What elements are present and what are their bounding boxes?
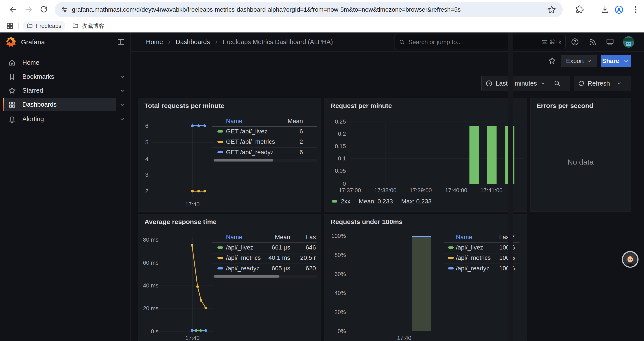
search-placeholder: Search or jump to... bbox=[408, 39, 541, 46]
sidebar-item-dashboards[interactable]: Dashboards bbox=[0, 98, 131, 111]
forward-icon[interactable] bbox=[24, 5, 33, 14]
refresh-button[interactable]: Refresh bbox=[574, 80, 614, 87]
y-tick: 80% bbox=[324, 251, 346, 258]
time-controls: Last 5 minutes bbox=[481, 76, 570, 91]
panel-title[interactable]: Errors per second bbox=[536, 102, 593, 110]
y-tick: 0.1 bbox=[324, 155, 346, 162]
avatar-girl-illustration bbox=[623, 252, 638, 267]
chevron-down-icon[interactable] bbox=[119, 88, 126, 94]
legend-series[interactable]: 2xx bbox=[332, 198, 350, 205]
search-input[interactable]: Search or jump to... ⌘+k bbox=[394, 35, 566, 49]
y-tick: 5 bbox=[138, 139, 148, 146]
bookmark-folder-freeleaps[interactable]: Freeleaps bbox=[23, 21, 65, 31]
share-button[interactable]: Share bbox=[600, 55, 621, 67]
legend-scrollbar[interactable] bbox=[212, 275, 317, 278]
time-range-label: Last 5 minutes bbox=[496, 80, 537, 87]
url-text[interactable]: grafana.mathmast.com/d/deytv4rwavabkb/fr… bbox=[72, 6, 541, 13]
share-dropdown-button[interactable] bbox=[621, 55, 631, 67]
y-tick: 6 bbox=[138, 122, 148, 129]
refresh-label: Refresh bbox=[588, 80, 610, 87]
monitor-icon[interactable] bbox=[606, 38, 614, 46]
sidebar-item-label: Alerting bbox=[22, 115, 44, 123]
chevron-right-icon bbox=[166, 39, 172, 45]
sidebar-item-starred[interactable]: Starred bbox=[0, 84, 131, 97]
grafana-logo-icon[interactable] bbox=[5, 36, 17, 48]
series-pill bbox=[218, 267, 223, 269]
request-per-minute-chart bbox=[324, 98, 527, 212]
news-rss-icon[interactable] bbox=[589, 38, 597, 46]
y-tick: 0 bbox=[324, 180, 346, 187]
chevron-down-icon[interactable] bbox=[119, 74, 126, 80]
profile-avatar-icon[interactable] bbox=[615, 5, 624, 14]
legend-header-name[interactable]: Name bbox=[226, 234, 242, 241]
reload-icon[interactable] bbox=[40, 5, 48, 14]
y-tick: 60 ms bbox=[138, 259, 158, 266]
panel-title[interactable]: Request per minute bbox=[330, 102, 392, 110]
user-avatar[interactable] bbox=[623, 36, 634, 48]
sidebar-toggle-icon[interactable] bbox=[117, 38, 125, 46]
series-pill bbox=[448, 267, 454, 269]
export-button[interactable]: Export bbox=[561, 55, 597, 67]
page-scrollbar[interactable] bbox=[508, 33, 513, 341]
brand-row: Grafana bbox=[0, 33, 131, 52]
dashboard-actions-bar: Export Share bbox=[131, 52, 644, 70]
panel-avg-response-time: Average response time 80 ms 60 ms 40 ms … bbox=[138, 214, 321, 341]
legend-header-name[interactable]: Name bbox=[456, 234, 472, 241]
x-tick: 17:39:00 bbox=[404, 187, 437, 194]
time-range-picker[interactable]: Last 5 minutes bbox=[482, 80, 550, 87]
y-tick: 40% bbox=[324, 289, 346, 296]
site-settings-icon[interactable] bbox=[60, 6, 68, 14]
extensions-icon[interactable] bbox=[576, 5, 584, 14]
legend-header-mean[interactable]: Mean bbox=[248, 234, 290, 241]
y-tick: 2 bbox=[138, 188, 148, 195]
help-icon[interactable] bbox=[571, 38, 579, 46]
y-tick: 20% bbox=[324, 308, 346, 315]
chevron-down-icon[interactable] bbox=[119, 116, 126, 122]
refresh-interval-dropdown[interactable] bbox=[614, 81, 624, 86]
x-tick: 17:40:00 bbox=[440, 187, 472, 194]
legend-scrollbar[interactable] bbox=[212, 159, 317, 162]
bookmark-star-icon[interactable] bbox=[547, 5, 556, 14]
sidebar-item-bookmarks[interactable]: Bookmarks bbox=[0, 70, 131, 83]
bookmarks-bar: Freeleaps 收藏博客 bbox=[0, 19, 644, 33]
favorite-star-icon[interactable] bbox=[548, 57, 556, 65]
active-item-highlight bbox=[3, 98, 116, 111]
keyboard-icon bbox=[541, 39, 548, 46]
downloads-icon[interactable] bbox=[600, 5, 609, 14]
url-bar[interactable]: grafana.mathmast.com/d/deytv4rwavabkb/fr… bbox=[55, 2, 563, 17]
back-icon[interactable] bbox=[9, 5, 18, 14]
sidebar-item-alerting[interactable]: Alerting bbox=[0, 113, 131, 125]
apps-grid-icon[interactable] bbox=[6, 22, 14, 30]
chevron-down-icon bbox=[540, 81, 546, 86]
active-item-accent bbox=[3, 98, 4, 111]
sidebar-item-home[interactable]: Home bbox=[0, 56, 131, 69]
sidebar-item-label: Dashboards bbox=[22, 101, 56, 108]
home-icon bbox=[8, 59, 16, 67]
legend-header-name[interactable]: Name bbox=[226, 118, 242, 125]
x-tick: 17:41:00 bbox=[475, 187, 508, 194]
y-tick: 0.2 bbox=[324, 130, 346, 137]
breadcrumb-dashboards[interactable]: Dashboards bbox=[176, 38, 210, 46]
browser-menu-icon[interactable] bbox=[631, 5, 640, 14]
app-header: Home Dashboards Freeleaps Metrics Dashbo… bbox=[131, 33, 644, 52]
panel-title[interactable]: Total requests per minute bbox=[144, 102, 224, 110]
chevron-down-icon[interactable] bbox=[119, 102, 126, 108]
panel-title[interactable]: Requests under 100ms bbox=[330, 218, 402, 226]
legend-scrollbar-thumb[interactable] bbox=[214, 275, 280, 278]
assistant-avatar[interactable] bbox=[622, 251, 638, 268]
panel-under-100ms: Requests under 100ms 100% 80% 60% 40% 20… bbox=[324, 214, 527, 341]
panel-total-requests: Total requests per minute 6 5 4 3 2 17:4… bbox=[138, 98, 321, 212]
panel-title[interactable]: Average response time bbox=[144, 218, 216, 226]
chevron-down-icon bbox=[586, 58, 592, 64]
series-pill bbox=[332, 200, 337, 203]
legend-header-last[interactable]: Las bbox=[300, 234, 316, 241]
x-tick: 17:40 bbox=[176, 334, 209, 341]
series-pill bbox=[448, 257, 454, 259]
bookmark-folder-blogs[interactable]: 收藏博客 bbox=[68, 21, 108, 31]
zoom-out-button[interactable] bbox=[550, 80, 564, 87]
brand-title[interactable]: Grafana bbox=[21, 38, 45, 46]
breadcrumb-home[interactable]: Home bbox=[146, 38, 163, 46]
legend-header-mean[interactable]: Mean bbox=[261, 118, 303, 125]
legend-scrollbar-thumb[interactable] bbox=[214, 159, 273, 162]
y-tick: 0.15 bbox=[324, 143, 346, 150]
